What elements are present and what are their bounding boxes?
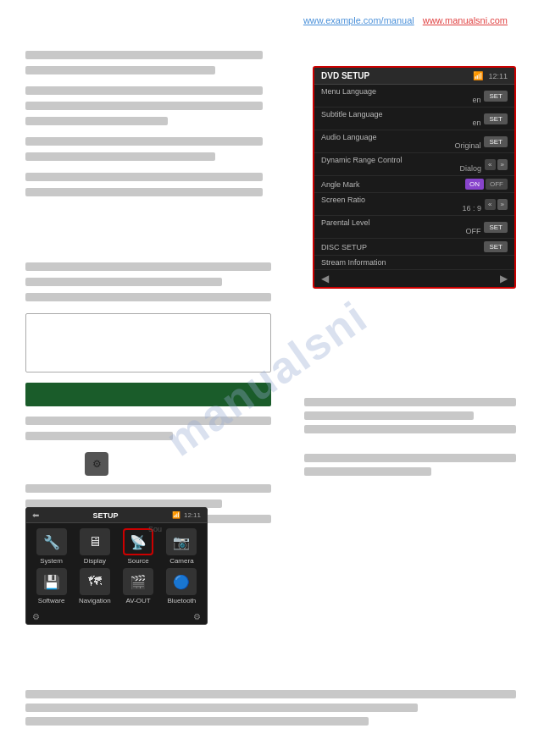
gray-bar	[25, 51, 263, 59]
audio-language-set-btn[interactable]: SET	[484, 136, 508, 147]
dvd-row-parental-level: Parental Level OFF SET	[314, 216, 514, 239]
text-block-1	[25, 51, 263, 74]
software-label: Software	[38, 597, 65, 604]
text-line	[304, 425, 516, 433]
disc-setup-label: DISC SETUP	[321, 243, 480, 251]
dynamic-range-value: Dialog	[321, 164, 481, 173]
software-icon: 💾	[36, 568, 67, 595]
gray-bar	[25, 278, 222, 286]
parental-level-value: OFF	[321, 227, 480, 235]
setup-header-right: 📶 12:11	[172, 511, 201, 519]
screen-ratio-label: Screen Ratio	[321, 196, 481, 204]
display-label: Display	[84, 557, 106, 565]
setup-icon-source[interactable]: 📡 Source	[119, 528, 158, 565]
right-content	[304, 398, 516, 488]
dynamic-range-prev-btn[interactable]: «	[485, 159, 495, 170]
dvd-time: 12:11	[488, 72, 508, 80]
gray-bar	[25, 152, 215, 161]
gray-bar	[25, 173, 263, 181]
disc-setup-set-btn[interactable]: SET	[484, 241, 508, 252]
setup-footer: ⚙ ⚙	[26, 610, 207, 624]
top-links: www.example.com/manual www.manualsni.com	[303, 15, 508, 25]
setup-icon-system[interactable]: 🔧 System	[31, 528, 71, 565]
dvd-panel-title: DVD SETUP	[321, 71, 369, 80]
avout-icon: 🎬	[123, 568, 153, 595]
dvd-row-menu-language: Menu Language en SET	[314, 85, 514, 108]
dvd-setup-panel: DVD SETUP 📶 12:11 Menu Language en SET S…	[313, 66, 516, 289]
setup-wifi-icon: 📶	[172, 511, 180, 519]
top-link-blue[interactable]: www.example.com/manual	[303, 15, 414, 25]
dvd-footer: ◀ ▶	[314, 270, 514, 287]
subtitle-language-set-btn[interactable]: SET	[484, 113, 508, 124]
setup-icon-avout[interactable]: 🎬 AV-OUT	[119, 568, 158, 604]
text-block-6	[25, 417, 271, 440]
mid-left-content: ⚙	[25, 262, 271, 545]
green-bar	[25, 383, 271, 406]
gray-bar	[25, 66, 215, 74]
dvd-row-inner: Menu Language en	[321, 87, 480, 104]
setup-icon-bluetooth[interactable]: 🔵 Bluetooth	[162, 568, 202, 604]
subtitle-language-value: en	[321, 119, 480, 127]
text-line	[304, 411, 474, 420]
camera-icon: 📷	[166, 528, 197, 555]
angle-mark-off-btn[interactable]: OFF	[486, 179, 508, 190]
setup-icon-display[interactable]: 🖥 Display	[75, 528, 114, 565]
gray-bar	[25, 417, 271, 425]
source-label: Source	[127, 557, 148, 565]
dvd-row-inner: Subtitle Language en	[321, 110, 480, 127]
bottom-line	[25, 717, 369, 726]
setup-back-icon: ⬅	[32, 510, 39, 520]
bluetooth-icon: 🔵	[166, 568, 197, 595]
gray-bar	[25, 262, 271, 271]
gray-bar	[25, 188, 263, 196]
left-content-top	[25, 51, 263, 208]
content-box	[25, 313, 271, 372]
right-text-block-2	[304, 454, 516, 476]
bottom-line	[25, 690, 516, 698]
gray-bar	[25, 293, 271, 301]
dvd-row-dynamic-range: Dynamic Range Control Dialog « »	[314, 153, 514, 176]
text-line	[304, 467, 431, 476]
navigation-label: Navigation	[79, 597, 111, 604]
gray-bar	[25, 102, 263, 110]
setup-panel-header: ⬅ SETUP 📶 12:11	[26, 508, 207, 523]
dvd-footer-left-icon: ◀	[321, 273, 329, 284]
menu-language-value: en	[321, 96, 480, 104]
dvd-row-inner: Angle Mark	[321, 180, 462, 189]
text-block-3	[25, 137, 263, 161]
stream-info-label: Stream Information	[321, 258, 508, 267]
gray-bar	[25, 484, 271, 493]
dynamic-range-label: Dynamic Range Control	[321, 156, 481, 164]
dvd-row-inner: Screen Ratio 16 : 9	[321, 196, 481, 212]
setup-time: 12:11	[184, 511, 201, 519]
dvd-row-inner: Dynamic Range Control Dialog	[321, 156, 481, 173]
setup-icon-navigation[interactable]: 🗺 Navigation	[75, 568, 114, 604]
dvd-row-audio-language: Audio Language Original SET	[314, 130, 514, 153]
setup-icon-software[interactable]: 💾 Software	[31, 568, 71, 604]
text-block-2	[25, 86, 263, 125]
setup-icon-camera[interactable]: 📷 Camera	[162, 528, 202, 565]
screen-ratio-next-btn[interactable]: »	[497, 199, 508, 210]
dvd-row-angle-mark: Angle Mark ON OFF	[314, 176, 514, 193]
screen-ratio-prev-btn[interactable]: «	[485, 199, 495, 210]
dvd-row-subtitle-language: Subtitle Language en SET	[314, 108, 514, 130]
gray-bar	[25, 86, 263, 95]
parental-level-set-btn[interactable]: SET	[484, 222, 508, 233]
angle-mark-on-btn[interactable]: ON	[465, 179, 484, 190]
system-label: System	[40, 557, 63, 565]
bottom-area	[25, 690, 516, 731]
dvd-row-inner: Audio Language Original	[321, 133, 480, 150]
setup-footer-right-icon: ⚙	[193, 612, 201, 621]
dynamic-range-next-btn[interactable]: »	[497, 159, 508, 170]
text-line	[304, 398, 516, 406]
dynamic-range-arrows: « »	[485, 159, 508, 170]
setup-footer-left-icon: ⚙	[32, 612, 40, 621]
dvd-row-disc-setup: DISC SETUP SET	[314, 239, 514, 256]
top-link-red[interactable]: www.manualsni.com	[423, 15, 508, 25]
right-text-block-1	[304, 398, 516, 433]
dvd-row-stream-info: Stream Information	[314, 256, 514, 270]
audio-language-label: Audio Language	[321, 133, 480, 141]
dvd-footer-right-icon: ▶	[500, 273, 508, 284]
angle-mark-label: Angle Mark	[321, 180, 462, 189]
menu-language-set-btn[interactable]: SET	[484, 91, 508, 102]
